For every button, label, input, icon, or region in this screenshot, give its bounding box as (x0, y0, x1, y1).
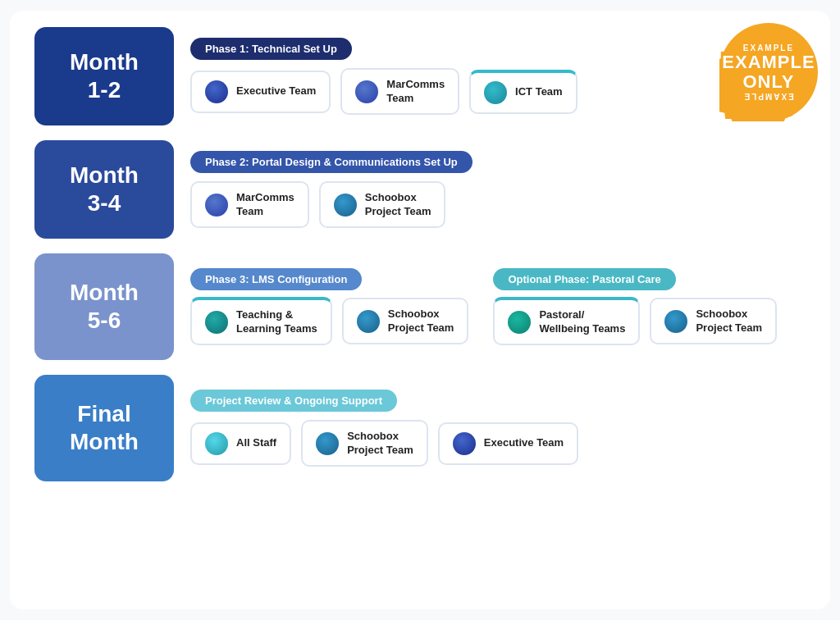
team-card-schoobox3: SchooboxProject Team (650, 298, 777, 345)
team-label-schoobox3: SchooboxProject Team (696, 308, 762, 335)
stamp-example-bottom: EXAMPLE (722, 92, 815, 101)
team-card-teaching: Teaching &Learning Teams (190, 297, 332, 346)
phase-content-final: Project Review & Ongoing Support All Sta… (174, 390, 806, 467)
dot-pastoral (508, 311, 531, 334)
team-label-schoobox1: SchooboxProject Team (365, 191, 431, 219)
dot-schoobox2 (357, 310, 380, 333)
dot-schoobox4 (316, 432, 339, 455)
team-label-marcomms2: MarCommsTeam (236, 191, 294, 219)
team-card-schoobox2: SchooboxProject Team (342, 298, 469, 345)
row-month12: Month1-2 Phase 1: Technical Set Up Execu… (34, 27, 806, 125)
dot-allstaff (205, 432, 228, 455)
team-card-pastoral: Pastoral/Wellbeing Teams (493, 297, 640, 346)
dot-teaching (205, 311, 228, 334)
team-card-executive: Executive Team (190, 71, 331, 113)
two-sections-56: Phase 3: LMS Configuration Teaching &Lea… (190, 268, 806, 346)
row-month56: Month5-6 Phase 3: LMS Configuration Teac… (34, 253, 806, 360)
team-card-marcomms2: MarCommsTeam (190, 181, 309, 229)
phase-3-badge: Phase 3: LMS Configuration (190, 268, 362, 290)
month-label-56: Month5-6 (34, 253, 174, 360)
section-lms: Phase 3: LMS Configuration Teaching &Lea… (190, 268, 468, 346)
month-label-final: FinalMonth (34, 375, 174, 481)
team-label-schoobox2: SchooboxProject Team (388, 308, 454, 335)
phase-content-34: Phase 2: Portal Design & Communications … (174, 151, 806, 229)
optional-phase-badge: Optional Phase: Pastoral Care (493, 268, 675, 290)
stamp-example-main: EXAMPLEONLY (722, 52, 815, 92)
dot-schoobox3 (664, 310, 687, 333)
phase-content-12: Phase 1: Technical Set Up Executive Team… (174, 38, 806, 116)
team-label-schoobox4: SchooboxProject Team (347, 430, 413, 458)
dot-schoobox1 (334, 194, 357, 217)
team-label-ict: ICT Team (515, 85, 563, 99)
team-label-teaching: Teaching &Learning Teams (236, 308, 317, 336)
stamp-inner: EXAMPLE EXAMPLEONLY EXAMPLE (722, 43, 815, 101)
phase-1-badge: Phase 1: Technical Set Up (190, 38, 352, 60)
team-card-ict: ICT Team (469, 70, 578, 114)
section-pastoral: Optional Phase: Pastoral Care Pastoral/W… (493, 268, 777, 346)
team-label-allstaff: All Staff (236, 436, 276, 450)
team-label-marcomms1: MarCommsTeam (386, 78, 445, 106)
diagram-container: EXAMPLE EXAMPLEONLY EXAMPLE Month1-2 Pha… (10, 11, 830, 609)
team-cards-lms: Teaching &Learning Teams SchooboxProject… (190, 297, 468, 346)
month-label-12: Month1-2 (34, 27, 174, 125)
dot-executive2 (453, 432, 476, 455)
team-card-marcomms1: MarCommsTeam (340, 68, 459, 116)
project-review-badge: Project Review & Ongoing Support (190, 390, 397, 412)
phase-2-badge: Phase 2: Portal Design & Communications … (190, 151, 472, 173)
team-label-executive2: Executive Team (484, 436, 564, 450)
team-cards-final: All Staff SchooboxProject Team Executive… (190, 420, 806, 467)
team-card-schoobox4: SchooboxProject Team (301, 420, 428, 467)
dot-executive (205, 80, 228, 103)
dot-marcomms1 (355, 80, 378, 103)
team-card-schoobox1: SchooboxProject Team (319, 181, 446, 229)
row-month34: Month3-4 Phase 2: Portal Design & Commun… (34, 140, 806, 239)
dot-marcomms2 (205, 194, 228, 217)
team-label-pastoral: Pastoral/Wellbeing Teams (539, 308, 625, 336)
row-final-month: FinalMonth Project Review & Ongoing Supp… (34, 375, 806, 481)
phase-content-56: Phase 3: LMS Configuration Teaching &Lea… (174, 268, 806, 346)
team-cards-34: MarCommsTeam SchooboxProject Team (190, 181, 806, 229)
month-label-34: Month3-4 (34, 140, 174, 239)
team-card-allstaff: All Staff (190, 422, 291, 465)
dot-ict (484, 81, 507, 104)
team-cards-12: Executive Team MarCommsTeam ICT Team (190, 68, 806, 116)
team-label-executive: Executive Team (236, 84, 316, 98)
team-card-executive2: Executive Team (438, 422, 578, 465)
team-cards-pastoral: Pastoral/Wellbeing Teams SchooboxProject… (493, 297, 777, 346)
